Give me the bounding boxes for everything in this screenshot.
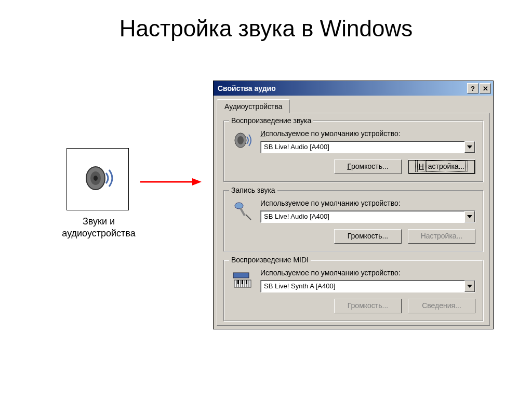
midi-device-value: SB Live! Synth A [A400] [261, 281, 464, 292]
titlebar[interactable]: Свойства аудио ? ✕ [214, 81, 493, 96]
microphone-icon [231, 199, 253, 221]
tab-panel: Воспроизведение звука Используемое по ум… [217, 113, 490, 326]
midi-device-combo[interactable]: SB Live! Synth A [A400] [260, 280, 475, 292]
svg-marker-4 [192, 178, 202, 185]
svg-point-2 [94, 176, 98, 181]
sounds-cp-icon[interactable] [66, 148, 129, 210]
arrow-icon [140, 177, 203, 187]
group-recording: Запись звука Используемое по умолчанию у… [223, 190, 483, 251]
tab-strip: Аудиоустройства [214, 96, 493, 113]
playback-device-value: SB Live! Audio [A400] [261, 141, 464, 153]
group-midi-legend: Воспроизведение MIDI [229, 256, 311, 264]
playback-device-combo[interactable]: SB Live! Audio [A400] [260, 141, 475, 153]
group-playback-legend: Воспроизведение звука [229, 116, 313, 125]
speaker-icon [77, 157, 118, 201]
playback-volume-button[interactable]: Громкость... [334, 159, 402, 174]
slide-title: Настройка звука в Windows [0, 16, 532, 42]
midi-keyboard-icon [231, 269, 253, 290]
recording-settings-button: Настройка... [408, 229, 475, 244]
window-title: Свойства аудио [218, 84, 276, 92]
svg-point-8 [235, 203, 243, 209]
help-button[interactable]: ? [467, 83, 478, 94]
speaker-icon [231, 129, 253, 151]
svg-rect-11 [233, 273, 249, 278]
svg-marker-10 [467, 215, 472, 218]
midi-device-label: Используемое по умолчанию устройство: [260, 269, 475, 277]
recording-device-value: SB Live! Audio [A400] [261, 211, 464, 222]
sounds-cp-label: Звуки и аудиоустройства [52, 216, 145, 239]
group-recording-legend: Запись звука [229, 186, 277, 194]
midi-info-button: Сведения... [408, 299, 475, 313]
chevron-down-icon[interactable] [464, 211, 475, 222]
chevron-down-icon[interactable] [464, 281, 475, 292]
audio-properties-dialog: Свойства аудио ? ✕ Аудиоустройства Воспр… [213, 81, 494, 329]
svg-rect-21 [242, 280, 243, 284]
svg-rect-20 [237, 280, 239, 284]
svg-marker-23 [467, 285, 472, 288]
group-midi: Воспроизведение MIDI Используе [223, 260, 483, 321]
tab-audio-devices[interactable]: Аудиоустройства [217, 99, 290, 113]
midi-volume-button: Громкость... [334, 299, 402, 313]
svg-rect-9 [240, 208, 245, 216]
svg-rect-22 [246, 280, 247, 284]
svg-marker-7 [467, 145, 472, 149]
recording-volume-button[interactable]: Громкость... [334, 229, 402, 244]
group-playback: Воспроизведение звука Используемое по ум… [223, 121, 483, 182]
recording-device-combo[interactable]: SB Live! Audio [A400] [260, 210, 475, 223]
playback-device-label: Используемое по умолчанию устройство: [260, 129, 475, 138]
svg-point-6 [237, 136, 244, 144]
close-button[interactable]: ✕ [480, 83, 491, 94]
recording-device-label: Используемое по умолчанию устройство: [260, 199, 475, 207]
playback-settings-button[interactable]: Настройка... [408, 159, 475, 174]
chevron-down-icon[interactable] [464, 141, 475, 153]
